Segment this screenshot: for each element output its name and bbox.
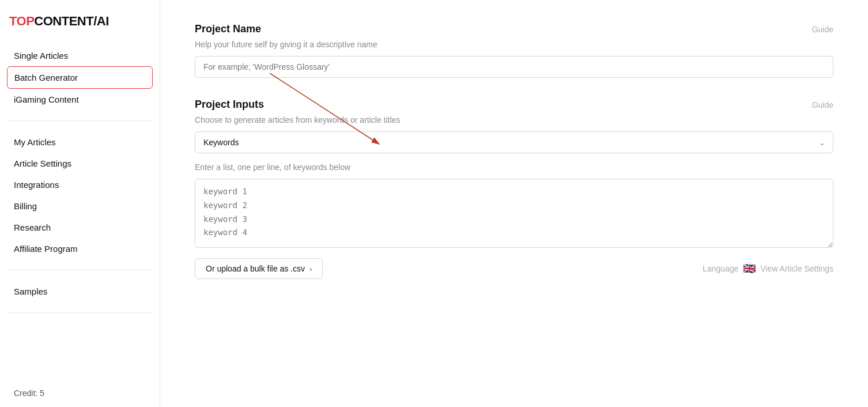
sidebar: TOPCONTENT/AI Single Articles Batch Gene… — [0, 0, 160, 407]
input-type-select[interactable]: Keywords Article Titles — [195, 131, 833, 153]
project-name-title: Project Name — [195, 23, 261, 35]
logo: TOPCONTENT/AI — [0, 0, 160, 40]
sidebar-tertiary-nav: Samples — [0, 276, 160, 307]
sidebar-primary-nav: Single Articles Batch Generator iGaming … — [0, 40, 160, 115]
project-name-guide[interactable]: Guide — [812, 25, 833, 34]
input-type-select-wrapper: Keywords Article Titles ⌄ — [195, 131, 833, 153]
project-inputs-desc: Choose to generate articles from keyword… — [195, 115, 833, 125]
language-label: Language — [703, 264, 738, 273]
project-name-header: Project Name Guide — [195, 23, 833, 35]
sidebar-item-integrations[interactable]: Integrations — [7, 174, 153, 195]
sidebar-item-samples[interactable]: Samples — [7, 281, 153, 302]
sidebar-item-research[interactable]: Research — [7, 217, 153, 238]
keywords-textarea[interactable] — [195, 179, 833, 248]
uk-flag-icon: 🇬🇧 — [743, 264, 756, 273]
upload-btn-label: Or upload a bulk file as .csv — [206, 264, 305, 273]
project-inputs-guide[interactable]: Guide — [812, 100, 833, 110]
chevron-right-icon: › — [310, 265, 312, 273]
sidebar-divider-1 — [7, 120, 153, 121]
sidebar-secondary-nav: My Articles Article Settings Integration… — [0, 127, 160, 264]
credit-display: Credit: 5 — [0, 379, 160, 407]
logo-top: TOP — [9, 14, 34, 28]
project-inputs-header: Project Inputs Guide — [195, 99, 833, 111]
sidebar-item-article-settings[interactable]: Article Settings — [7, 153, 153, 174]
sidebar-divider-3 — [7, 312, 153, 313]
project-name-desc: Help your future self by giving it a des… — [195, 40, 833, 49]
upload-csv-button[interactable]: Or upload a bulk file as .csv › — [195, 258, 323, 279]
project-name-section: Project Name Guide Help your future self… — [195, 23, 833, 78]
main-content: Project Name Guide Help your future self… — [160, 0, 868, 407]
main-wrapper: Project Name Guide Help your future self… — [160, 0, 868, 407]
view-article-settings-link[interactable]: View Article Settings — [760, 264, 833, 273]
sidebar-item-batch-generator[interactable]: Batch Generator — [7, 66, 153, 89]
keywords-label: Enter a list, one per line, of keywords … — [195, 163, 833, 172]
sidebar-divider-2 — [7, 270, 153, 270]
project-name-input[interactable] — [195, 56, 833, 78]
project-inputs-section: Project Inputs Guide Choose to generate … — [195, 99, 833, 279]
sidebar-item-my-articles[interactable]: My Articles — [7, 131, 153, 153]
sidebar-item-igaming-content[interactable]: iGaming Content — [7, 89, 153, 110]
logo-ai: /AI — [93, 14, 109, 28]
bottom-row: Or upload a bulk file as .csv › Language… — [195, 258, 833, 279]
project-inputs-title: Project Inputs — [195, 99, 264, 111]
sidebar-item-billing[interactable]: Billing — [7, 195, 153, 217]
sidebar-item-single-articles[interactable]: Single Articles — [7, 45, 153, 66]
sidebar-item-affiliate-program[interactable]: Affiliate Program — [7, 238, 153, 259]
language-view-row: Language 🇬🇧 View Article Settings — [703, 264, 833, 273]
logo-content: CONTENT — [34, 14, 93, 28]
